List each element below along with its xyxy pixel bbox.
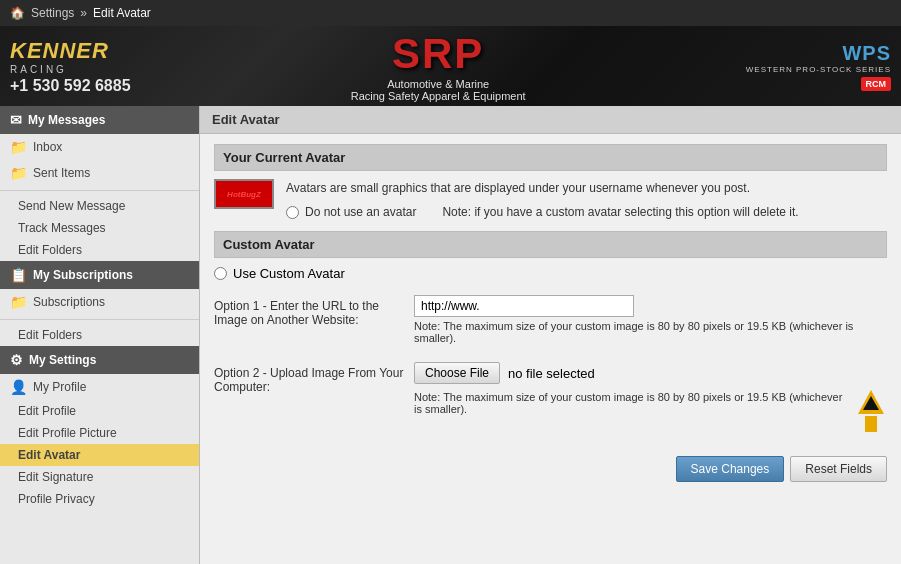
option2-control: Choose File no file selected Note: The m…: [414, 362, 887, 436]
avatar-description: Avatars are small graphics that are disp…: [286, 179, 799, 197]
wps-logo: WPS: [746, 42, 891, 65]
avatar-container: HotBugZ Avatars are small graphics that …: [214, 179, 887, 221]
bottom-buttons: Save Changes Reset Fields: [214, 450, 887, 482]
sidebar: ✉ My Messages 📁 Inbox 📁 Sent Items Send …: [0, 106, 200, 564]
rcm-badge: RCM: [861, 77, 892, 91]
wps-branding: WPS Western Pro-Stock Series RCM: [746, 42, 891, 91]
current-avatar-image: HotBugZ: [214, 179, 274, 209]
sidebar-item-subscriptions[interactable]: 📁 Subscriptions: [0, 289, 199, 315]
my-profile-label: My Profile: [33, 380, 86, 394]
settings-link[interactable]: Settings: [31, 6, 74, 20]
custom-avatar-title: Custom Avatar: [214, 231, 887, 258]
messages-icon: ✉: [10, 112, 22, 128]
kenner-phone: +1 530 592 6885: [10, 77, 131, 95]
sidebar-item-track-messages[interactable]: Track Messages: [0, 217, 199, 239]
breadcrumb-separator: »: [80, 6, 87, 20]
reset-fields-button[interactable]: Reset Fields: [790, 456, 887, 482]
subscriptions-divider: [0, 319, 199, 320]
subscriptions-header-label: My Subscriptions: [33, 268, 133, 282]
option1-label: Option 1 - Enter the URL to the Image on…: [214, 295, 404, 327]
content-body: Your Current Avatar HotBugZ Avatars are …: [200, 134, 901, 492]
sidebar-item-edit-profile-picture[interactable]: Edit Profile Picture: [0, 422, 199, 444]
use-custom-row: Use Custom Avatar: [214, 266, 887, 281]
use-custom-radio-label: Use Custom Avatar: [233, 266, 345, 281]
option1-control: Note: The maximum size of your custom im…: [414, 295, 887, 344]
messages-divider: [0, 190, 199, 191]
sidebar-item-edit-avatar[interactable]: Edit Avatar: [0, 444, 199, 466]
track-messages-label: Track Messages: [18, 221, 106, 235]
upload-note: Note: The maximum size of your custom im…: [414, 391, 847, 415]
messages-header-label: My Messages: [28, 113, 105, 127]
sidebar-item-edit-folders[interactable]: Edit Folders: [0, 239, 199, 261]
avatar-description-text: Avatars are small graphics that are disp…: [286, 179, 799, 221]
send-message-label: Send New Message: [18, 199, 125, 213]
kenner-sub: RACING: [10, 64, 131, 75]
sidebar-item-profile-privacy[interactable]: Profile Privacy: [0, 488, 199, 510]
edit-profile-label: Edit Profile: [18, 404, 76, 418]
profile-icon: 👤: [10, 379, 27, 395]
content-header-label: Edit Avatar: [212, 112, 280, 127]
no-file-label: no file selected: [508, 366, 595, 381]
sent-folder-icon: 📁: [10, 165, 27, 181]
srp-branding: SRP Automotive & Marine Racing Safety Ap…: [351, 30, 526, 102]
srp-sub2: Racing Safety Apparel & Equipment: [351, 90, 526, 102]
current-page-label: Edit Avatar: [93, 6, 151, 20]
my-subscriptions-header: 📋 My Subscriptions: [0, 261, 199, 289]
srp-sub1: Automotive & Marine: [351, 78, 526, 90]
arrow-indicator: [855, 390, 887, 432]
subscriptions-label: Subscriptions: [33, 295, 105, 309]
kenner-logo: Kenner: [10, 38, 131, 64]
edit-signature-label: Edit Signature: [18, 470, 93, 484]
wps-sub: Western Pro-Stock Series: [746, 65, 891, 74]
sent-label: Sent Items: [33, 166, 90, 180]
content-header: Edit Avatar: [200, 106, 901, 134]
inbox-folder-icon: 📁: [10, 139, 27, 155]
edit-profile-picture-label: Edit Profile Picture: [18, 426, 117, 440]
my-messages-header: ✉ My Messages: [0, 106, 199, 134]
inbox-label: Inbox: [33, 140, 62, 154]
settings-header-label: My Settings: [29, 353, 96, 367]
site-banner: Kenner RACING +1 530 592 6885 SRP Automo…: [0, 26, 901, 106]
sidebar-item-edit-profile[interactable]: Edit Profile: [0, 400, 199, 422]
url-input[interactable]: [414, 295, 634, 317]
choose-file-button[interactable]: Choose File: [414, 362, 500, 384]
edit-folders-label: Edit Folders: [18, 243, 82, 257]
sidebar-item-sent[interactable]: 📁 Sent Items: [0, 160, 199, 186]
file-upload-row: Choose File no file selected: [414, 362, 887, 384]
my-settings-header: ⚙ My Settings: [0, 346, 199, 374]
subscriptions-icon: 📋: [10, 267, 27, 283]
settings-icon: ⚙: [10, 352, 23, 368]
no-avatar-note: Note: if you have a custom avatar select…: [442, 203, 798, 221]
sidebar-item-edit-signature[interactable]: Edit Signature: [0, 466, 199, 488]
option2-label: Option 2 - Upload Image From Your Comput…: [214, 362, 404, 394]
url-note: Note: The maximum size of your custom im…: [414, 320, 887, 344]
option1-row: Option 1 - Enter the URL to the Image on…: [214, 291, 887, 348]
save-changes-button[interactable]: Save Changes: [676, 456, 785, 482]
main-content: Edit Avatar Your Current Avatar HotBugZ …: [200, 106, 901, 564]
edit-folders2-label: Edit Folders: [18, 328, 82, 342]
kenner-branding: Kenner RACING +1 530 592 6885: [10, 38, 131, 95]
srp-logo: SRP: [351, 30, 526, 78]
custom-avatar-section: Use Custom Avatar Option 1 - Enter the U…: [214, 266, 887, 482]
main-layout: ✉ My Messages 📁 Inbox 📁 Sent Items Send …: [0, 106, 901, 564]
breadcrumb: 🏠 Settings » Edit Avatar: [0, 0, 901, 26]
use-custom-radio[interactable]: [214, 267, 227, 280]
sidebar-item-edit-folders2[interactable]: Edit Folders: [0, 324, 199, 346]
current-avatar-title: Your Current Avatar: [214, 144, 887, 171]
sidebar-item-inbox[interactable]: 📁 Inbox: [0, 134, 199, 160]
profile-privacy-label: Profile Privacy: [18, 492, 95, 506]
sidebar-item-send-message[interactable]: Send New Message: [0, 195, 199, 217]
home-icon: 🏠: [10, 6, 25, 20]
no-avatar-radio-label: Do not use an avatar: [305, 203, 416, 221]
edit-avatar-label: Edit Avatar: [18, 448, 80, 462]
subscriptions-folder-icon: 📁: [10, 294, 27, 310]
option2-row: Option 2 - Upload Image From Your Comput…: [214, 358, 887, 440]
no-avatar-radio[interactable]: [286, 206, 299, 219]
sidebar-item-my-profile[interactable]: 👤 My Profile: [0, 374, 199, 400]
